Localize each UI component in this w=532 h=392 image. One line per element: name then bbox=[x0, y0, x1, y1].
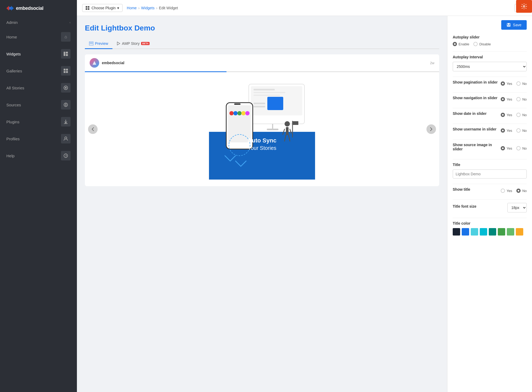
illustration: Auto Sync Your Stories bbox=[209, 79, 315, 180]
sidebar-item-admin[interactable]: Admin ‹ bbox=[0, 16, 77, 28]
color-swatch-yellow[interactable] bbox=[516, 228, 523, 236]
logo[interactable]: embedsocial bbox=[0, 0, 77, 16]
svg-point-13 bbox=[65, 137, 67, 139]
right-panel: Save Autoplay slider Enable Disable bbox=[447, 16, 532, 392]
show-source-image-section: Show source image in slider Yes No bbox=[453, 143, 527, 154]
source-image-yes-radio bbox=[501, 146, 505, 150]
pagination-yes-option[interactable]: Yes bbox=[501, 81, 512, 86]
show-username-section: Show username in slider Yes No bbox=[453, 127, 527, 134]
all-stories-icon bbox=[61, 83, 71, 93]
svg-point-42 bbox=[233, 111, 238, 115]
color-swatch-green-dark[interactable] bbox=[498, 228, 505, 236]
color-swatches bbox=[453, 228, 527, 236]
svg-rect-30 bbox=[254, 89, 275, 90]
show-pagination-options: Yes No bbox=[501, 81, 527, 86]
svg-rect-21 bbox=[90, 42, 93, 44]
date-no-option[interactable]: No bbox=[516, 113, 527, 117]
divider9 bbox=[453, 199, 527, 200]
svg-point-43 bbox=[237, 111, 242, 115]
svg-point-41 bbox=[229, 111, 234, 115]
sidebar-item-help[interactable]: Help ? bbox=[0, 147, 77, 164]
show-title-no-option[interactable]: No bbox=[516, 189, 527, 193]
breadcrumb-widgets[interactable]: Widgets bbox=[141, 6, 155, 10]
breadcrumb-home[interactable]: Home bbox=[127, 6, 137, 10]
show-navigation-options: Yes No bbox=[501, 97, 527, 101]
autoplay-disable-radio bbox=[473, 42, 478, 46]
show-date-section: Show date in slider Yes No bbox=[453, 111, 527, 118]
preview-username: embedsocial bbox=[102, 61, 124, 65]
save-button[interactable]: Save bbox=[501, 20, 527, 30]
autoplay-interval-section: Autoplay Interval 500ms 1000ms 1500ms 20… bbox=[453, 55, 527, 71]
navigation-no-option[interactable]: No bbox=[516, 97, 527, 101]
navigation-yes-option[interactable]: Yes bbox=[501, 97, 512, 101]
title-font-size-select[interactable]: 12px 14px 16px 18px 20px 24px bbox=[507, 203, 527, 212]
show-title-options: Yes No bbox=[501, 189, 527, 193]
username-yes-option[interactable]: Yes bbox=[501, 128, 512, 133]
sidebar-item-sources[interactable]: Sources bbox=[0, 96, 77, 113]
autoplay-enable-radio bbox=[453, 42, 457, 46]
color-swatch-blue[interactable] bbox=[462, 228, 469, 236]
choose-plugin-dropdown-icon: ▾ bbox=[117, 6, 119, 10]
help-icon: ? bbox=[61, 151, 71, 160]
pagination-no-radio bbox=[516, 81, 521, 86]
divider2 bbox=[453, 77, 527, 77]
divider7 bbox=[453, 159, 527, 159]
pagination-yes-radio bbox=[501, 81, 505, 86]
color-swatch-cyan[interactable] bbox=[480, 228, 487, 236]
sidebar-item-plugins[interactable]: Plugins bbox=[0, 113, 77, 130]
svg-rect-39 bbox=[228, 105, 251, 142]
sidebar-item-profiles[interactable]: Profiles bbox=[0, 130, 77, 147]
autoplay-disable-option[interactable]: Disable bbox=[473, 42, 491, 46]
sidebar-item-galleries[interactable]: Galleries bbox=[0, 62, 77, 79]
autoplay-enable-option[interactable]: Enable bbox=[453, 42, 469, 46]
svg-marker-22 bbox=[117, 42, 120, 45]
svg-rect-34 bbox=[254, 103, 265, 104]
next-arrow-button[interactable] bbox=[426, 124, 436, 134]
breadcrumb-sep2: › bbox=[156, 6, 158, 10]
svg-point-47 bbox=[285, 121, 290, 127]
svg-rect-18 bbox=[86, 8, 87, 10]
svg-rect-31 bbox=[254, 92, 285, 93]
date-yes-option[interactable]: Yes bbox=[501, 113, 512, 117]
svg-text:Auto Sync: Auto Sync bbox=[248, 137, 277, 144]
svg-rect-40 bbox=[234, 103, 241, 105]
color-swatch-green[interactable] bbox=[507, 228, 514, 236]
svg-rect-32 bbox=[254, 95, 280, 96]
sidebar-item-widgets[interactable]: Widgets bbox=[0, 45, 77, 62]
navigation-no-radio bbox=[516, 97, 521, 101]
divider10 bbox=[453, 218, 527, 218]
prev-arrow-button[interactable] bbox=[88, 124, 98, 134]
show-date-options: Yes No bbox=[501, 113, 527, 117]
source-image-yes-option[interactable]: Yes bbox=[501, 146, 512, 150]
autoplay-slider-section: Autoplay slider Enable Disable bbox=[453, 35, 527, 46]
profiles-icon bbox=[61, 134, 71, 143]
divider8 bbox=[453, 184, 527, 184]
show-username-options: Yes No bbox=[501, 128, 527, 133]
color-swatch-light-blue[interactable] bbox=[471, 228, 478, 236]
tab-preview[interactable]: Preview bbox=[85, 39, 112, 49]
autoplay-interval-select[interactable]: 500ms 1000ms 1500ms 2000ms 2500ms 3000ms bbox=[453, 62, 527, 71]
source-image-no-radio bbox=[516, 146, 521, 150]
svg-point-10 bbox=[65, 87, 67, 89]
tab-amp-story[interactable]: AMP Story BETA bbox=[112, 39, 154, 49]
username-no-option[interactable]: No bbox=[516, 128, 527, 133]
sidebar: embedsocial Admin ‹ Home ⌂ Widgets Galle… bbox=[0, 0, 77, 392]
tabs: Preview AMP Story BETA bbox=[85, 39, 439, 49]
show-title-label: Show title bbox=[453, 187, 470, 191]
svg-rect-16 bbox=[86, 6, 87, 8]
sidebar-item-all-stories[interactable]: All Stories bbox=[0, 79, 77, 96]
date-no-radio bbox=[516, 113, 521, 117]
breadcrumb-sep1: › bbox=[138, 6, 139, 10]
pagination-no-option[interactable]: No bbox=[516, 81, 527, 86]
divider3 bbox=[453, 92, 527, 93]
show-title-yes-option[interactable]: Yes bbox=[501, 189, 512, 193]
svg-rect-58 bbox=[508, 23, 509, 25]
title-input[interactable] bbox=[453, 169, 527, 178]
color-swatch-dark[interactable] bbox=[453, 228, 460, 236]
choose-plugin-button[interactable]: Choose Plugin ▾ bbox=[82, 4, 123, 12]
sidebar-item-home[interactable]: Home ⌂ bbox=[0, 28, 77, 45]
color-swatch-teal[interactable] bbox=[489, 228, 496, 236]
topbar-left: Choose Plugin ▾ Home › Widgets › Edit Wi… bbox=[82, 4, 178, 12]
home-icon: ⌂ bbox=[61, 32, 71, 42]
source-image-no-option[interactable]: No bbox=[516, 146, 527, 150]
